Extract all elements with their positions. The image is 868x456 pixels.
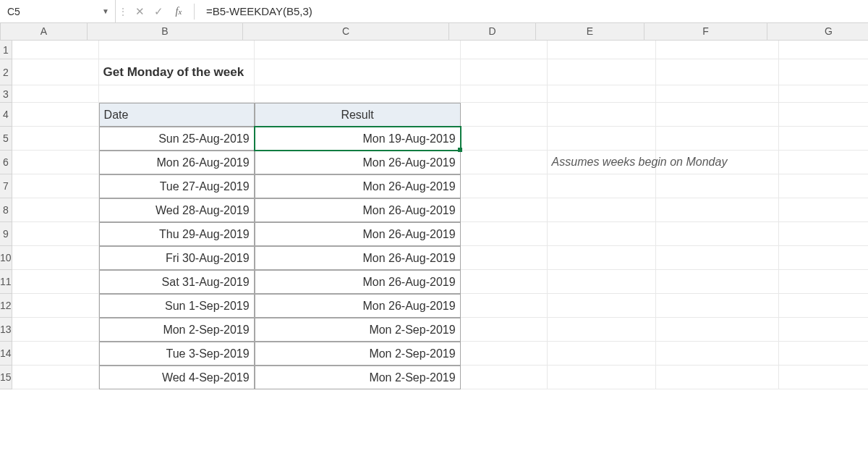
row-header-9[interactable]: 9 — [0, 222, 12, 246]
cell-G1[interactable] — [779, 41, 868, 59]
cell-D2[interactable] — [461, 59, 548, 85]
cell-E15[interactable] — [548, 366, 656, 389]
cell-C8[interactable]: Mon 26-Aug-2019 — [255, 198, 461, 222]
cell-E13[interactable] — [548, 318, 656, 342]
row-header-3[interactable]: 3 — [0, 85, 12, 103]
cell-G12[interactable] — [779, 294, 868, 318]
table-header-result[interactable]: Result — [255, 103, 461, 127]
chevron-down-icon[interactable]: ▼ — [102, 7, 109, 15]
cell-B15[interactable]: Wed 4-Sep-2019 — [99, 366, 255, 389]
cell-D10[interactable] — [461, 246, 548, 270]
cell-G14[interactable] — [779, 342, 868, 366]
cell-G3[interactable] — [779, 85, 868, 103]
row-header-12[interactable]: 12 — [0, 294, 12, 318]
cell-F6[interactable] — [656, 151, 779, 174]
cell-E2[interactable] — [548, 59, 656, 85]
cell-B2[interactable]: Get Monday of the week — [99, 59, 255, 85]
cell-B6[interactable]: Mon 26-Aug-2019 — [99, 151, 255, 174]
select-all-corner[interactable] — [0, 23, 1, 41]
cell-E8[interactable] — [548, 198, 656, 222]
cell-C6[interactable]: Mon 26-Aug-2019 — [255, 151, 461, 174]
cell-G13[interactable] — [779, 318, 868, 342]
col-header-G[interactable]: G — [767, 23, 868, 41]
cell-C1[interactable] — [255, 41, 461, 59]
cell-G6[interactable] — [779, 151, 868, 174]
cell-F7[interactable] — [656, 174, 779, 198]
cell-C2[interactable] — [255, 59, 461, 85]
cell-G7[interactable] — [779, 174, 868, 198]
cell-B13[interactable]: Mon 2-Sep-2019 — [99, 318, 255, 342]
cell-F11[interactable] — [656, 270, 779, 294]
cell-A15[interactable] — [12, 366, 99, 389]
cell-G11[interactable] — [779, 270, 868, 294]
cell-G4[interactable] — [779, 103, 868, 127]
col-header-D[interactable]: D — [449, 23, 536, 41]
cell-F8[interactable] — [656, 198, 779, 222]
cell-G8[interactable] — [779, 198, 868, 222]
cell-D13[interactable] — [461, 318, 548, 342]
row-header-2[interactable]: 2 — [0, 59, 12, 85]
cell-C5[interactable]: Mon 19-Aug-2019 — [255, 127, 461, 151]
cell-E4[interactable] — [548, 103, 656, 127]
cell-D8[interactable] — [461, 198, 548, 222]
cell-C11[interactable]: Mon 26-Aug-2019 — [255, 270, 461, 294]
cell-G15[interactable] — [779, 366, 868, 389]
fx-icon[interactable]: fx — [168, 6, 190, 17]
cell-E10[interactable] — [548, 246, 656, 270]
cell-A8[interactable] — [12, 198, 99, 222]
cell-D6[interactable] — [461, 151, 548, 174]
cell-F3[interactable] — [656, 85, 779, 103]
cell-E12[interactable] — [548, 294, 656, 318]
cell-A10[interactable] — [12, 246, 99, 270]
cell-G5[interactable] — [779, 127, 868, 151]
row-header-15[interactable]: 15 — [0, 366, 12, 389]
row-header-1[interactable]: 1 — [0, 41, 12, 59]
enter-icon[interactable]: ✓ — [149, 5, 168, 18]
cell-C9[interactable]: Mon 26-Aug-2019 — [255, 222, 461, 246]
annotation-text[interactable]: Assumes weeks begin on Monday — [548, 151, 656, 174]
cell-E5[interactable] — [548, 127, 656, 151]
row-header-7[interactable]: 7 — [0, 174, 12, 198]
cell-G10[interactable] — [779, 246, 868, 270]
cell-F10[interactable] — [656, 246, 779, 270]
row-header-11[interactable]: 11 — [0, 270, 12, 294]
cell-D9[interactable] — [461, 222, 548, 246]
cell-D14[interactable] — [461, 342, 548, 366]
cell-B8[interactable]: Wed 28-Aug-2019 — [99, 198, 255, 222]
cell-F5[interactable] — [656, 127, 779, 151]
cell-E11[interactable] — [548, 270, 656, 294]
cell-B14[interactable]: Tue 3-Sep-2019 — [99, 342, 255, 366]
cell-A12[interactable] — [12, 294, 99, 318]
cell-F13[interactable] — [656, 318, 779, 342]
cell-E7[interactable] — [548, 174, 656, 198]
cell-C15[interactable]: Mon 2-Sep-2019 — [255, 366, 461, 389]
cell-B11[interactable]: Sat 31-Aug-2019 — [99, 270, 255, 294]
col-header-E[interactable]: E — [536, 23, 644, 41]
cell-A5[interactable] — [12, 127, 99, 151]
cell-A3[interactable] — [12, 85, 99, 103]
table-header-date[interactable]: Date — [99, 103, 255, 127]
cell-C13[interactable]: Mon 2-Sep-2019 — [255, 318, 461, 342]
formula-input[interactable]: =B5-WEEKDAY(B5,3) — [199, 5, 868, 17]
col-header-B[interactable]: B — [88, 23, 243, 41]
cell-D1[interactable] — [461, 41, 548, 59]
cell-C3[interactable] — [255, 85, 461, 103]
cell-D3[interactable] — [461, 85, 548, 103]
cell-D11[interactable] — [461, 270, 548, 294]
cancel-icon[interactable]: ✕ — [130, 5, 149, 18]
cell-B12[interactable]: Sun 1-Sep-2019 — [99, 294, 255, 318]
cell-B3[interactable] — [99, 85, 255, 103]
cell-A11[interactable] — [12, 270, 99, 294]
cell-B9[interactable]: Thu 29-Aug-2019 — [99, 222, 255, 246]
cell-G9[interactable] — [779, 222, 868, 246]
row-header-4[interactable]: 4 — [0, 103, 12, 127]
row-header-6[interactable]: 6 — [0, 151, 12, 174]
cell-F12[interactable] — [656, 294, 779, 318]
name-box[interactable]: C5 ▼ — [0, 0, 116, 22]
row-header-13[interactable]: 13 — [0, 318, 12, 342]
cell-C12[interactable]: Mon 26-Aug-2019 — [255, 294, 461, 318]
cell-D4[interactable] — [461, 103, 548, 127]
cell-A13[interactable] — [12, 318, 99, 342]
cell-A14[interactable] — [12, 342, 99, 366]
cell-B5[interactable]: Sun 25-Aug-2019 — [99, 127, 255, 151]
